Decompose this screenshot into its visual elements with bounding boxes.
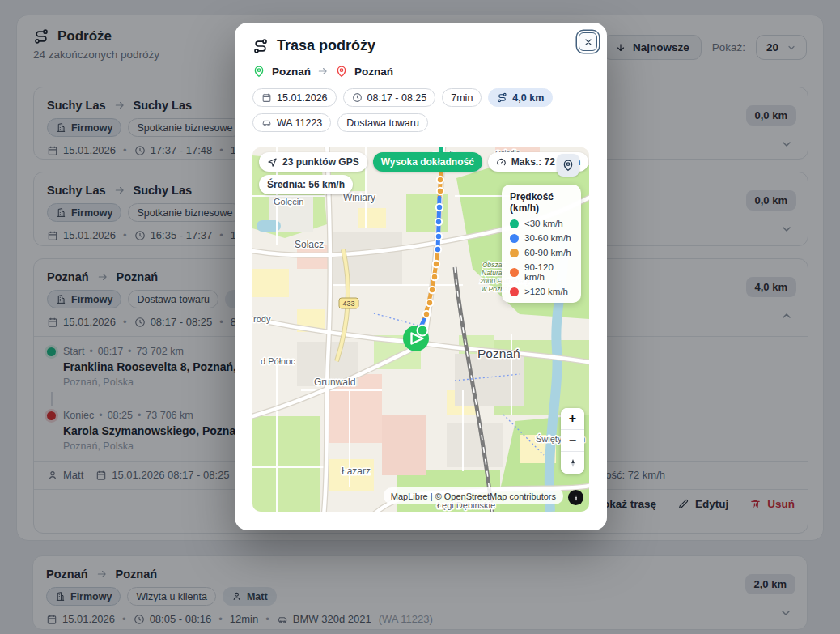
navigation-icon — [267, 157, 278, 168]
gps-points-badge: 23 punktów GPS — [259, 152, 367, 172]
accuracy-badge: Wysoka dokładność — [373, 152, 482, 172]
gauge-icon — [496, 157, 507, 168]
map-pin-end-icon — [335, 65, 348, 78]
map-label: d Północ — [261, 356, 295, 366]
legend-item: 90-120 km/h — [510, 262, 573, 282]
legend-dot — [510, 268, 519, 277]
svg-text:433: 433 — [342, 300, 354, 308]
trip-route-modal: Trasa podróży Poznań Poznań 15.01.2026 0… — [235, 23, 607, 530]
legend-title: Prędkość (km/h) — [510, 191, 573, 214]
info-button[interactable] — [568, 490, 583, 505]
close-icon — [583, 37, 593, 47]
route-icon — [252, 38, 269, 54]
legend-item: 60-90 km/h — [510, 248, 573, 257]
time-chip: 08:17 - 08:25 — [343, 88, 436, 107]
compass-button[interactable] — [561, 452, 584, 474]
map-label-nature: Natura — [482, 269, 503, 277]
zoom-in-button[interactable]: + — [561, 408, 584, 430]
route-from: Poznań — [272, 66, 311, 78]
speed-legend: Prędkość (km/h) <30 km/h 30-60 km/h 60-9… — [502, 185, 581, 303]
legend-item: <30 km/h — [510, 219, 573, 228]
map-label: Grunwald — [314, 377, 355, 388]
clock-icon — [352, 92, 363, 103]
date-chip: 15.01.2026 — [252, 88, 337, 107]
map-pin-start-icon — [252, 65, 265, 78]
car-icon — [261, 117, 272, 128]
purpose-chip: Dostawa towaru — [337, 113, 428, 132]
legend-dot — [510, 249, 519, 257]
road-shield: 433 — [339, 298, 358, 308]
avg-speed-badge: Średnia: 56 km/h — [259, 175, 353, 194]
modal-route-row: Poznań Poznań — [252, 65, 589, 78]
route-to: Poznań — [354, 66, 393, 78]
duration-chip: 7min — [442, 88, 482, 107]
modal-title: Trasa podróży — [277, 37, 375, 54]
map-attribution[interactable]: MapLibre | © OpenStreetMap contributors — [384, 487, 563, 504]
trip-chip-row: 15.01.2026 08:17 - 08:25 7min 4,0 km WA … — [252, 88, 589, 132]
avg-speed-row: Średnia: 56 km/h — [259, 175, 353, 194]
route-end-point — [418, 326, 428, 336]
zoom-out-button[interactable]: − — [561, 430, 584, 452]
page: Podróże 24 zakończonych podróży Najnowsz… — [0, 0, 840, 634]
legend-dot — [510, 219, 519, 228]
map-label: rody — [253, 314, 271, 324]
arrow-right-icon — [317, 66, 329, 77]
map-stats-row: 23 punktów GPS Wysoka dokładność Maks.: … — [259, 152, 588, 172]
map-label: Golęcin — [274, 197, 303, 206]
route-icon — [497, 92, 507, 103]
map-label: Sołacz — [295, 239, 324, 250]
route-map[interactable]: Osiedle Osiedle Winiary Golęcin Sołacz r… — [252, 147, 589, 512]
legend-item: >120 km/h — [510, 287, 573, 296]
map-label-city: Poznań — [477, 347, 520, 360]
map-pin-icon — [562, 159, 575, 172]
calendar-icon — [261, 92, 272, 103]
recenter-button[interactable] — [557, 154, 579, 177]
distance-chip: 4,0 km — [488, 88, 553, 107]
legend-dot — [510, 287, 519, 296]
compass-icon — [567, 457, 579, 469]
map-label: Łazarz — [342, 466, 371, 477]
info-icon — [571, 493, 581, 503]
legend-dot — [510, 234, 519, 243]
map-zoom-controls: + − — [561, 408, 584, 474]
close-button[interactable] — [579, 32, 597, 51]
plate-chip: WA 11223 — [252, 113, 331, 132]
legend-item: 30-60 km/h — [510, 233, 573, 243]
